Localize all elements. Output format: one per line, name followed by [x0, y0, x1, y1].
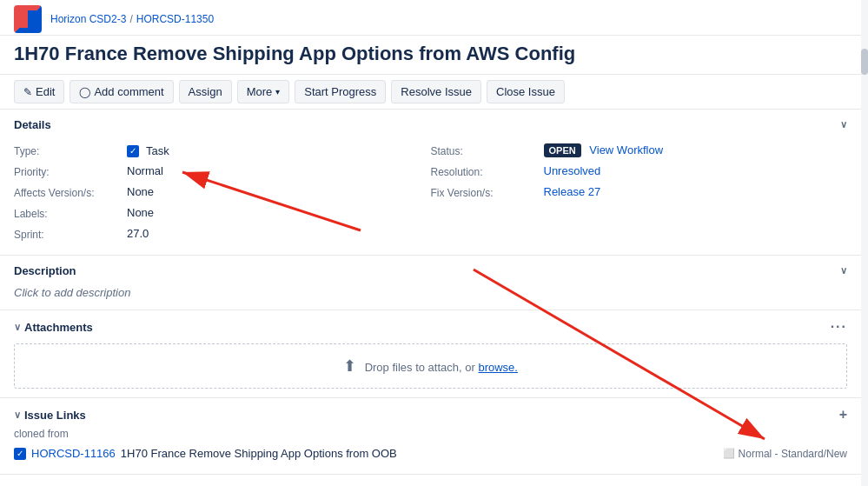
issue-links-chevron: ∨: [14, 409, 21, 421]
resolve-issue-button[interactable]: Resolve Issue: [391, 80, 481, 103]
status-row: Status: OPEN View Workflow: [431, 140, 848, 161]
comment-icon: ◯: [79, 86, 90, 98]
details-chevron: ∨: [840, 119, 847, 130]
issue-link-item: HORCSD-11166 1H70 France Remove Shipping…: [14, 443, 847, 463]
more-button[interactable]: More ▾: [237, 80, 290, 103]
description-title: Description: [14, 264, 76, 277]
chevron-down-icon: ▾: [275, 87, 280, 97]
sprint-row: Sprint: 27.0: [14, 223, 431, 244]
attachments-header: ∨ Attachments ···: [0, 310, 861, 340]
attachments-drop-zone[interactable]: ⬆ Drop files to attach, or browse.: [14, 343, 847, 389]
attachments-chevron: ∨: [14, 322, 21, 333]
close-issue-button[interactable]: Close Issue: [487, 80, 565, 103]
issue-links-content: cloned from HORCSD-11166 1H70 France Rem…: [0, 428, 861, 474]
toolbar: ✎ Edit ◯ Add comment Assign More ▾ Start…: [0, 74, 861, 110]
breadcrumb: Horizon CSD2-3 / HORCSD-11350: [0, 0, 861, 36]
issue-link-summary: 1H70 France Remove Shipping App Options …: [121, 447, 397, 460]
attachments-title: Attachments: [24, 321, 93, 334]
status-badge: OPEN: [544, 143, 581, 157]
description-section: Description ∨ Click to add description: [0, 256, 861, 310]
breadcrumb-separator: /: [129, 13, 132, 25]
attachments-more-button[interactable]: ···: [831, 319, 847, 335]
cloned-from-label: cloned from: [14, 428, 847, 440]
issue-links-section: ∨ Issue Links + cloned from HORCSD-11166…: [0, 398, 861, 475]
edit-icon: ✎: [23, 86, 32, 98]
resolution-row: Resolution: Unresolved: [431, 161, 848, 182]
priority-row: Priority: Normal: [14, 161, 431, 182]
fix-version-link[interactable]: Release 27: [544, 185, 601, 198]
issue-link-left: HORCSD-11166 1H70 France Remove Shipping…: [14, 447, 397, 460]
issue-links-header: ∨ Issue Links +: [0, 398, 861, 428]
description-content: Click to add description: [0, 283, 861, 310]
upload-cloud-icon: ⬆: [343, 357, 356, 375]
description-chevron: ∨: [840, 265, 847, 276]
add-comment-button[interactable]: ◯ Add comment: [70, 80, 173, 103]
svg-rect-1: [28, 10, 36, 28]
details-title: Details: [14, 118, 51, 131]
svg-rect-0: [19, 10, 28, 28]
issue-links-title: Issue Links: [24, 409, 86, 422]
issue-link-image-placeholder: ⬜: [723, 448, 735, 459]
assign-button[interactable]: Assign: [179, 80, 232, 103]
edit-button[interactable]: ✎ Edit: [14, 80, 64, 103]
issue-title: 1H70 France Remove Shipping App Options …: [0, 36, 861, 74]
add-issue-link-button[interactable]: +: [839, 407, 847, 423]
affects-version-row: Affects Version/s: None: [14, 182, 431, 203]
breadcrumb-issue[interactable]: HORCSD-11350: [136, 13, 214, 25]
description-header[interactable]: Description ∨: [0, 256, 861, 283]
issue-link-right: ⬜ Normal - Standard/New: [723, 448, 847, 460]
fix-version-row: Fix Version/s: Release 27: [431, 182, 848, 203]
browse-link[interactable]: browse.: [478, 361, 518, 374]
start-progress-button[interactable]: Start Progress: [295, 80, 386, 103]
details-section: Details ∨ Type: Task: [0, 110, 861, 256]
issue-link-checkbox-icon: [14, 448, 26, 460]
labels-row: Labels: None: [14, 203, 431, 223]
issue-link-key[interactable]: HORCSD-11166: [31, 447, 116, 460]
task-checkbox-icon: [127, 145, 139, 157]
attachments-section: ∨ Attachments ··· ⬆ Drop files to attach…: [0, 310, 861, 398]
view-workflow-link[interactable]: View Workflow: [589, 143, 663, 156]
description-placeholder[interactable]: Click to add description: [14, 286, 130, 299]
project-logo: [14, 5, 42, 33]
details-content: Type: Task Priority: Normal: [0, 136, 861, 255]
drop-text: Drop files to attach, or: [365, 361, 475, 374]
type-row: Type: Task: [14, 140, 431, 161]
details-header[interactable]: Details ∨: [0, 110, 861, 136]
scrollbar-thumb[interactable]: [861, 49, 868, 75]
scrollbar[interactable]: [861, 0, 868, 486]
breadcrumb-project[interactable]: Horizon CSD2-3: [50, 13, 126, 25]
